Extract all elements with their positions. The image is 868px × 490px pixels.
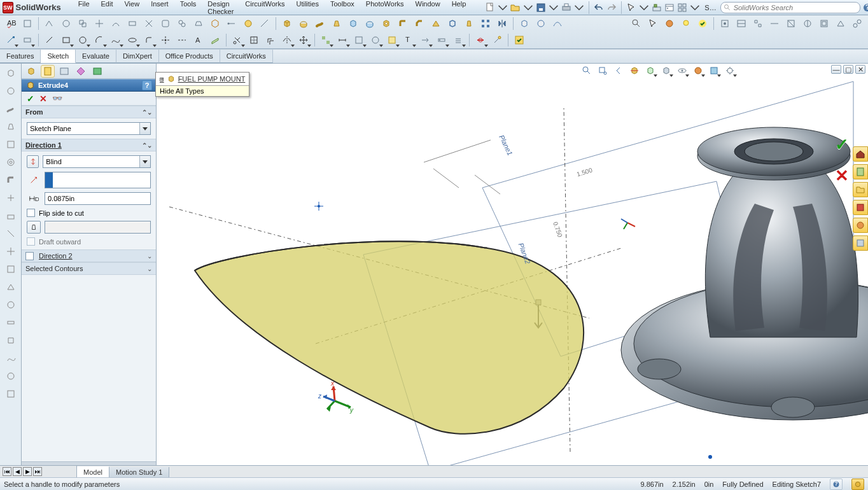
revolve-icon[interactable] <box>296 17 311 31</box>
tp-file-explorer-icon[interactable] <box>853 182 868 197</box>
tab-prev-button[interactable]: ◀ <box>13 467 22 476</box>
new-icon[interactable] <box>484 2 496 13</box>
tool-icon[interactable] <box>3 262 18 276</box>
ok-button[interactable]: ✓ <box>27 94 34 104</box>
tool-icon[interactable] <box>3 369 18 383</box>
confirm-cancel-button[interactable]: ✕ <box>835 166 849 186</box>
tool-icon[interactable] <box>417 33 433 47</box>
tool-icon[interactable] <box>158 17 173 31</box>
tool-icon[interactable] <box>3 227 18 241</box>
tool-icon[interactable] <box>3 137 18 151</box>
chevron-down-icon[interactable] <box>689 2 701 13</box>
tool-icon[interactable] <box>767 17 782 31</box>
tool-icon[interactable] <box>3 333 18 347</box>
rect-icon[interactable] <box>59 33 74 47</box>
tool-icon[interactable] <box>3 84 18 98</box>
sketch-line-icon[interactable] <box>3 33 18 47</box>
tab-evaluate[interactable]: Evaluate <box>76 50 116 63</box>
trim-icon[interactable] <box>230 33 245 47</box>
chevron-down-icon[interactable] <box>497 2 508 13</box>
tool-icon[interactable] <box>3 387 18 401</box>
tab-sketch[interactable]: Sketch <box>41 50 76 63</box>
cancel-button[interactable]: ✕ <box>39 94 47 104</box>
tool-icon[interactable] <box>75 17 90 31</box>
loft-icon[interactable] <box>329 17 344 31</box>
pushpin-icon[interactable] <box>472 0 484 9</box>
rib-icon[interactable] <box>428 17 444 31</box>
tab-dimxpert[interactable]: DimXpert <box>116 50 159 63</box>
tab-next-button[interactable]: ▶ <box>23 467 32 476</box>
tool-icon[interactable] <box>174 17 190 31</box>
section-dir2[interactable]: Direction 2 ⌄ <box>22 249 156 262</box>
tab-last-button[interactable]: ⏭ <box>33 467 42 476</box>
tp-custom-icon[interactable] <box>853 235 868 251</box>
hole-icon[interactable] <box>379 17 394 31</box>
mirror-icon[interactable] <box>494 17 510 31</box>
pattern-icon[interactable] <box>478 17 493 31</box>
tool-icon[interactable] <box>3 209 18 223</box>
tp-appearance-icon[interactable] <box>853 218 868 233</box>
tab-office-products[interactable]: Office Products <box>159 50 220 63</box>
end-condition-dropdown[interactable]: Blind <box>43 155 151 168</box>
tool-icon[interactable] <box>92 17 107 31</box>
chevron-down-icon[interactable] <box>548 2 559 13</box>
tool-icon[interactable] <box>3 120 18 134</box>
magnify-icon[interactable] <box>629 17 644 31</box>
fm-design-tree-icon[interactable] <box>24 65 38 78</box>
chevron-down-icon[interactable] <box>638 2 650 13</box>
centerline-icon[interactable] <box>174 33 190 47</box>
chevron-down-icon[interactable] <box>573 2 585 13</box>
color-icon[interactable] <box>662 17 677 31</box>
doc-close-button[interactable]: ✕ <box>855 65 865 74</box>
tool-icon[interactable] <box>224 17 239 31</box>
print-icon[interactable] <box>561 2 572 13</box>
convert-icon[interactable] <box>246 33 262 47</box>
search-box[interactable] <box>720 2 860 13</box>
exit-sketch-icon[interactable] <box>512 33 527 47</box>
spellcheck-icon[interactable]: ABC <box>3 17 18 31</box>
status-rebuild-icon[interactable] <box>851 479 864 490</box>
point-icon[interactable] <box>158 33 173 47</box>
tab-first-button[interactable]: ⏮ <box>3 467 11 476</box>
sphere-icon[interactable] <box>533 17 549 31</box>
tool-icon[interactable] <box>3 173 18 187</box>
dimension-icon[interactable] <box>335 33 350 47</box>
tab-features[interactable]: Features <box>0 50 41 63</box>
relations-icon[interactable] <box>318 33 333 47</box>
move-icon[interactable] <box>296 33 311 47</box>
tool-icon[interactable] <box>3 351 18 365</box>
cut-extrude-icon[interactable] <box>346 17 361 31</box>
tool-icon[interactable] <box>3 66 18 80</box>
text-icon[interactable]: A <box>191 33 206 47</box>
fillet-icon[interactable] <box>141 33 157 47</box>
tree-root-node[interactable]: ⊞ FUEL PUMP MOUNT <box>156 73 249 85</box>
chevron-down-icon[interactable] <box>139 156 150 167</box>
options-icon[interactable] <box>664 2 675 13</box>
quick-slot-label[interactable]: S… <box>702 4 718 11</box>
tab-circuitworks[interactable]: CircuitWorks <box>220 50 273 63</box>
graphics-area[interactable]: — ▢ ✕ ✓ ✕ <box>157 64 868 465</box>
tool-icon[interactable] <box>384 33 400 47</box>
arc-icon[interactable] <box>92 33 107 47</box>
tool-icon[interactable] <box>20 17 35 31</box>
pointer-icon[interactable] <box>645 17 661 31</box>
fillet-icon[interactable] <box>395 17 410 31</box>
view-layout-icon[interactable] <box>676 2 688 13</box>
help-icon[interactable]: ? <box>862 2 868 13</box>
curve-icon[interactable] <box>550 17 565 31</box>
fm-dimxpert-icon[interactable] <box>74 65 88 78</box>
confirm-ok-button[interactable]: ✓ <box>835 135 849 155</box>
help-button[interactable]: ? <box>142 80 152 90</box>
ellipse-icon[interactable] <box>125 33 140 47</box>
tool-icon[interactable] <box>3 280 18 294</box>
tool-icon[interactable] <box>734 17 749 31</box>
redo-icon[interactable] <box>606 2 617 13</box>
draft-angle-input[interactable] <box>45 221 151 234</box>
offset-icon[interactable] <box>263 33 278 47</box>
tool-icon[interactable] <box>141 17 157 31</box>
tool-icon[interactable] <box>59 17 74 31</box>
tool-icon[interactable] <box>850 17 865 31</box>
spline-icon[interactable] <box>108 33 123 47</box>
check-icon[interactable] <box>695 17 710 31</box>
tool-icon[interactable] <box>3 155 18 169</box>
